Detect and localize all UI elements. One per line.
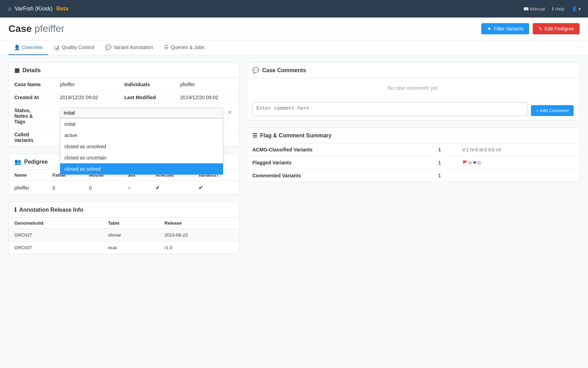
case-comments-header: 💬 Case Comments [247, 63, 579, 78]
summary-table: ACMG-Classified Variants 1 V:1 IV:0 III:… [247, 143, 579, 182]
navbar: ☆ VarFish (Kiosk) Beta 📖 Manual ℹ Help 👤… [0, 0, 588, 18]
comments-icon: 💬 [252, 67, 259, 74]
list-icon: ☰ [164, 45, 169, 50]
flag-comment-summary-header: ☰ Flag & Comment Summary [247, 128, 579, 143]
flag-comment-summary-body: ACMG-Classified Variants 1 V:1 IV:0 III:… [247, 143, 579, 182]
individuals-value: pfeiffer [175, 78, 239, 91]
details-card: ▦ Details Case Name pfeiffer Individuals… [8, 62, 239, 147]
help-icon: ℹ [552, 6, 554, 12]
summary-label: ACMG-Classified Variants [247, 143, 422, 156]
anno-table-name: exac [102, 241, 159, 254]
last-modified-value: 2019/12/20 09:02 [175, 91, 239, 104]
brand-text: VarFish (Kiosk) Beta [15, 6, 68, 12]
tabs-bar: 👤 Overview 📊 Quality Control 💬 Variant A… [0, 40, 588, 55]
last-modified-label: Last Modified [119, 91, 175, 104]
annotation-release-table: Genomebuild Table Release GRCh37 clinvar… [9, 218, 239, 254]
book-icon: 📖 [523, 6, 529, 12]
status-option-closed-uncertain[interactable]: closed as uncertain [60, 152, 223, 163]
created-at-label: Created At [9, 91, 54, 104]
anno-release: r1.0 [159, 241, 239, 254]
tab-queries-jobs[interactable]: ☰ Queries & Jobs [159, 40, 210, 55]
summary-detail: V:1 IV:0 III:0 II:0 I:0 [462, 147, 501, 152]
summary-badges: 🚩:0 ❤:0 [457, 156, 579, 169]
beta-badge: Beta [56, 6, 69, 12]
page-header: Case pfeiffer ▼ Filter Variants ✎ Edit P… [0, 18, 588, 40]
summary-count: 1 [422, 169, 457, 182]
status-option-closed-unsolved[interactable]: closed as unsolved [60, 141, 223, 152]
status-clear-button[interactable]: ✕ [226, 108, 233, 117]
tab-quality-control[interactable]: 📊 Quality Control [48, 40, 100, 55]
filter-icon: ▼ [487, 26, 492, 32]
anno-genomebuild: GRCh37 [9, 229, 102, 241]
status-dropdown: initial active closed as unsolved closed… [60, 118, 223, 175]
manual-link[interactable]: 📖 Manual [523, 6, 545, 12]
help-link[interactable]: ℹ Help [552, 6, 565, 12]
main-content: ▦ Details Case Name pfeiffer Individuals… [0, 55, 588, 261]
status-option-initial[interactable]: initial [60, 118, 223, 130]
user-icon: 👤 [572, 6, 577, 12]
anno-genomebuild: GRCh37 [9, 241, 102, 254]
summary-count: 1 [422, 143, 457, 156]
tab-variant-annotation[interactable]: 💬 Variant Annotation [100, 40, 159, 55]
summary-row: Flagged Variants 1 🚩:0 ❤:0 [247, 156, 579, 169]
annotation-release-body: Genomebuild Table Release GRCh37 clinvar… [9, 218, 239, 254]
brand: ☆ VarFish (Kiosk) Beta [7, 6, 68, 12]
left-column: ▦ Details Case Name pfeiffer Individuals… [8, 62, 239, 254]
case-name: pfeiffer [35, 23, 64, 34]
filter-variants-button[interactable]: ▼ Filter Variants [481, 23, 529, 34]
pedigree-icon: 👥 [14, 158, 21, 165]
edit-pedigree-button[interactable]: ✎ Edit Pedigree [533, 23, 580, 34]
user-menu[interactable]: 👤 ▾ [572, 6, 581, 12]
anno-header-row: Genomebuild Table Release [9, 218, 239, 229]
details-body: Case Name pfeiffer Individuals pfeiffer … [9, 78, 239, 146]
case-name-row: Case Name pfeiffer Individuals pfeiffer [9, 78, 239, 91]
status-notes-tags-label: Status, Notes & Tags [9, 104, 54, 128]
pedigree-variants: ✔ [193, 181, 239, 195]
summary-label: Commented Variants [247, 169, 422, 182]
anno-row: GRCh37 exac r1.0 [9, 241, 239, 254]
status-option-closed-solved[interactable]: closed as solved [60, 163, 223, 175]
col-table: Table [102, 218, 159, 229]
status-cell: initial active closed as unsolved closed… [54, 104, 239, 128]
annotation-release-card: ℹ Annotation Release Info Genomebuild Ta… [8, 202, 239, 254]
pedigree-sex: ♂ [122, 181, 150, 195]
created-at-row: Created At 2019/12/20 09:02 Last Modifie… [9, 91, 239, 104]
individuals-label: Individuals [119, 78, 175, 91]
edit-icon: ✎ [538, 26, 542, 32]
add-comment-button[interactable]: + Add Comment [531, 105, 574, 116]
case-name-label: Case Name [9, 78, 54, 91]
annotation-release-header: ℹ Annotation Release Info [9, 202, 239, 218]
col-name: Name [9, 170, 47, 181]
col-genomebuild: Genomebuild [9, 218, 102, 229]
created-at-value: 2019/12/20 09:02 [54, 91, 119, 104]
status-select-wrapper: initial active closed as unsolved closed… [60, 108, 223, 118]
comment-icon: 💬 [105, 45, 111, 50]
summary-badges [457, 169, 579, 182]
comment-input-row: + Add Comment [247, 98, 579, 120]
star-icon: ☆ [7, 6, 12, 12]
status-row-content: initial active closed as unsolved closed… [60, 108, 233, 118]
pedigree-affected: ✔ [150, 181, 192, 195]
flag-comment-summary-card: ☰ Flag & Comment Summary ACMG-Classified… [246, 128, 580, 182]
table-icon: ▦ [14, 67, 20, 74]
chevron-down-icon: ▾ [579, 6, 581, 12]
summary-row: Commented Variants 1 [247, 169, 579, 182]
called-variants-label: Called Variants [9, 128, 54, 147]
status-row: Status, Notes & Tags initial active clos… [9, 104, 239, 128]
comment-input[interactable] [252, 102, 527, 116]
tab-overview[interactable]: 👤 Overview [8, 40, 48, 55]
details-table: Case Name pfeiffer Individuals pfeiffer … [9, 78, 239, 146]
summary-icon: ☰ [252, 132, 257, 139]
right-column: 💬 Case Comments No case comments yet. + … [246, 62, 580, 254]
pedigree-name: pfeiffer [9, 181, 47, 195]
pedigree-row: pfeiffer 0 0 ♂ ✔ ✔ [9, 181, 239, 195]
page-title: Case pfeiffer [8, 23, 64, 34]
summary-detail: 🚩:0 ❤:0 [462, 160, 481, 165]
details-header: ▦ Details [9, 63, 239, 78]
status-option-active[interactable]: active [60, 130, 223, 141]
status-select[interactable]: initial active closed as unsolved closed… [60, 108, 223, 118]
info-icon: ℹ [14, 206, 16, 213]
case-name-value: pfeiffer [54, 78, 119, 91]
pedigree-father: 0 [47, 181, 84, 195]
summary-count: 1 [422, 156, 457, 169]
